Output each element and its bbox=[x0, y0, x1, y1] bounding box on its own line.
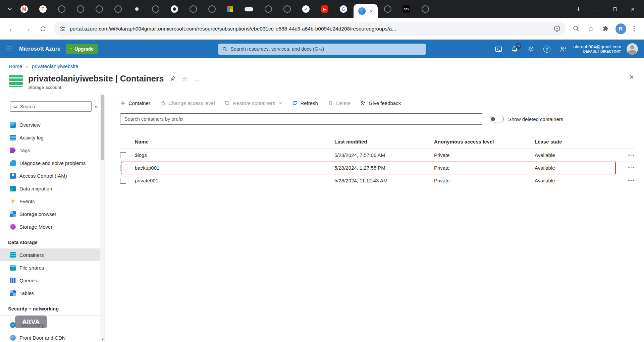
tab-20[interactable] bbox=[378, 0, 397, 18]
column-header-last-modified[interactable]: Last modified bbox=[334, 139, 434, 145]
sidebar-section-security-networking: Security + networking bbox=[0, 299, 105, 316]
notifications-icon[interactable]: 9 bbox=[511, 46, 518, 53]
sidebar-item-overview[interactable]: Overview bbox=[0, 118, 105, 131]
hamburger-menu-icon[interactable] bbox=[6, 47, 14, 51]
sidebar-item-access-control-iam[interactable]: Access Control (IAM) bbox=[0, 169, 105, 182]
row-actions-icon[interactable] bbox=[619, 180, 635, 181]
dev-tab[interactable]: DEV bbox=[397, 0, 416, 18]
sidebar-item-data-migration[interactable]: Data migration bbox=[0, 182, 105, 195]
help-icon[interactable]: ? bbox=[543, 46, 550, 53]
bookmark-star-icon[interactable]: ☆ bbox=[585, 22, 597, 35]
address-bar[interactable]: portal.azure.com/#@olaraph004gmail.onmic… bbox=[54, 22, 566, 36]
page-subtitle: Storage account bbox=[28, 85, 200, 90]
sidebar-item-tables[interactable]: Tables bbox=[0, 287, 105, 299]
gmail-tab[interactable]: M bbox=[15, 0, 34, 18]
account-avatar[interactable] bbox=[627, 43, 638, 55]
profile-avatar[interactable]: R bbox=[615, 23, 626, 34]
settings-gear-icon[interactable] bbox=[527, 46, 534, 53]
sidebar-item-queues[interactable]: Queues bbox=[0, 274, 105, 287]
site-info-icon[interactable] bbox=[59, 25, 66, 32]
tab-13[interactable] bbox=[239, 0, 259, 18]
scroll-down-icon[interactable]: ▼ bbox=[100, 338, 105, 341]
tab-search-chevron-icon[interactable] bbox=[5, 4, 15, 14]
tab-5[interactable] bbox=[90, 0, 109, 18]
sidebar-item-storage-mover[interactable]: Storage Mover bbox=[0, 220, 105, 233]
check-tab[interactable]: ✓ bbox=[297, 0, 315, 18]
show-deleted-toggle[interactable] bbox=[490, 116, 504, 122]
tab-14[interactable] bbox=[259, 0, 278, 18]
google-tab[interactable]: G bbox=[334, 0, 353, 18]
sidebar-item-containers[interactable]: Containers bbox=[0, 248, 105, 261]
browser-menu-icon[interactable] bbox=[630, 26, 639, 32]
table-row-private001[interactable]: private0015/28/2024, 11:12:43 AMPrivateA… bbox=[120, 174, 635, 187]
scrollbar-thumb[interactable] bbox=[101, 95, 104, 160]
close-blade-icon[interactable]: × bbox=[629, 73, 634, 81]
tab-8[interactable] bbox=[146, 0, 165, 18]
youtube-tab[interactable]: ▶ bbox=[315, 0, 334, 18]
pin-icon[interactable] bbox=[170, 76, 176, 81]
new-tab-button[interactable]: + bbox=[571, 4, 586, 14]
collapse-menu-icon[interactable]: « bbox=[95, 103, 98, 110]
sidebar-item-diagnose-and-solve-problems[interactable]: Diagnose and solve problems bbox=[0, 157, 105, 169]
account-info[interactable]: olaraph004@gmail.com DEFAULT DIRECTORY bbox=[573, 44, 621, 54]
back-button[interactable]: ← bbox=[5, 22, 19, 36]
url-text[interactable]: portal.azure.com/#@olaraph004gmail.onmic… bbox=[70, 26, 550, 32]
azure-brand[interactable]: Microsoft Azure bbox=[19, 46, 60, 52]
tab-22[interactable] bbox=[416, 0, 435, 18]
breadcrumb-home[interactable]: Home bbox=[9, 63, 22, 69]
sidebar-item-activity-log[interactable]: Activity log bbox=[0, 131, 105, 144]
github-tab[interactable] bbox=[127, 0, 146, 18]
row-actions-icon[interactable] bbox=[619, 155, 635, 156]
tab-3[interactable] bbox=[52, 0, 71, 18]
sidebar-item-events[interactable]: Events bbox=[0, 195, 105, 208]
github-tab-2[interactable] bbox=[165, 0, 184, 18]
table-row-backup001[interactable]: backup0015/28/2024, 1:27:55 PMPrivateAva… bbox=[120, 162, 635, 174]
global-search[interactable] bbox=[218, 44, 426, 55]
favorite-star-icon[interactable]: ☆ bbox=[182, 75, 187, 82]
column-header-name[interactable]: Name bbox=[135, 139, 334, 145]
sidebar-item-tags[interactable]: Tags bbox=[0, 144, 105, 157]
sidebar-item-front-door-and-cdn[interactable]: Front Door and CDN bbox=[0, 331, 105, 342]
minimize-button[interactable]: – bbox=[595, 6, 599, 12]
container-prefix-search-input[interactable] bbox=[120, 113, 482, 125]
tab-favicon bbox=[171, 5, 178, 13]
search-icon[interactable] bbox=[570, 22, 583, 35]
forward-button[interactable]: → bbox=[21, 22, 34, 36]
tab-10[interactable] bbox=[184, 0, 203, 18]
sidebar-item-file-shares[interactable]: File shares bbox=[0, 261, 105, 274]
maximize-button[interactable] bbox=[613, 7, 617, 11]
sidebar-search-input[interactable] bbox=[20, 104, 89, 109]
tab-15[interactable] bbox=[278, 0, 297, 18]
azure-portal-tab[interactable]: × bbox=[354, 4, 378, 18]
column-header-lease-state[interactable]: Lease state bbox=[535, 139, 619, 145]
tab-6[interactable] bbox=[109, 0, 127, 18]
row-checkbox[interactable] bbox=[120, 178, 126, 184]
sidebar-search[interactable] bbox=[10, 101, 92, 112]
close-window-button[interactable]: × bbox=[631, 6, 635, 12]
sidebar-item-storage-browser[interactable]: Storage browser bbox=[0, 208, 105, 220]
extensions-icon[interactable] bbox=[599, 22, 612, 35]
table-row-logs[interactable]: $logs5/28/2024, 7:57:06 AMPrivateAvailab… bbox=[120, 149, 635, 162]
global-search-input[interactable] bbox=[230, 46, 422, 52]
column-header-anonymous-access-level[interactable]: Anonymous access level bbox=[434, 139, 535, 145]
microsoft-tab[interactable] bbox=[221, 0, 239, 18]
tab-4[interactable] bbox=[71, 0, 90, 18]
upgrade-button[interactable]: ↑ Upgrade bbox=[66, 44, 98, 54]
tab-11[interactable] bbox=[203, 0, 221, 18]
tab-close-icon[interactable]: × bbox=[370, 8, 373, 14]
feedback-icon[interactable] bbox=[559, 46, 567, 53]
tab-2[interactable]: T bbox=[34, 0, 52, 18]
command-refresh[interactable]: Refresh bbox=[292, 100, 318, 106]
breadcrumb-resource[interactable]: privateolaniyiwebsite bbox=[32, 63, 78, 69]
notification-badge: 9 bbox=[516, 43, 521, 49]
command-container[interactable]: Container bbox=[120, 100, 150, 106]
install-app-icon[interactable] bbox=[554, 25, 560, 32]
row-checkbox[interactable] bbox=[120, 165, 126, 171]
sidebar-scrollbar[interactable]: ▼ bbox=[100, 94, 105, 342]
command-give-feedback[interactable]: Give feedback bbox=[360, 100, 401, 106]
cloud-shell-icon[interactable] bbox=[495, 46, 502, 53]
row-checkbox[interactable] bbox=[120, 152, 126, 158]
reload-button[interactable] bbox=[36, 22, 50, 36]
row-actions-icon[interactable] bbox=[619, 167, 635, 169]
more-options-icon[interactable]: … bbox=[194, 75, 200, 82]
